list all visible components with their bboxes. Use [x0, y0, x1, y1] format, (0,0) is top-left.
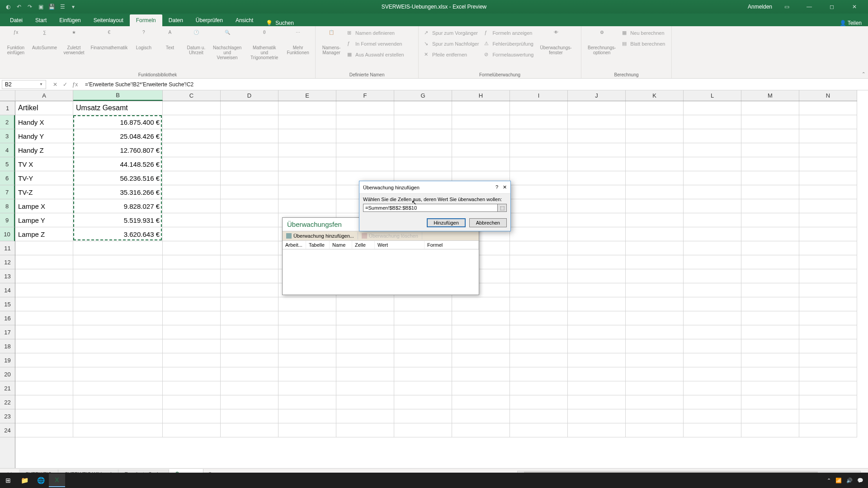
cell[interactable]	[684, 241, 741, 255]
cell[interactable]	[799, 269, 857, 283]
column-header[interactable]: A	[15, 90, 73, 101]
cell[interactable]	[510, 101, 568, 115]
file-explorer-icon[interactable]: 📁	[16, 474, 33, 487]
cell[interactable]	[221, 297, 278, 311]
cell[interactable]	[452, 409, 510, 423]
tray-volume-icon[interactable]: 🔊	[846, 478, 853, 483]
cell[interactable]	[799, 367, 857, 381]
cell[interactable]	[394, 143, 452, 157]
cell[interactable]	[336, 409, 394, 423]
dialog-close-icon[interactable]: ✕	[503, 184, 507, 190]
cell[interactable]	[684, 311, 741, 325]
cell[interactable]	[452, 423, 510, 437]
insert-function-icon[interactable]: ƒx	[71, 81, 79, 88]
cell[interactable]	[510, 171, 568, 185]
watch-col-cell[interactable]: Zelle	[352, 241, 375, 249]
row-header[interactable]: 13	[0, 269, 15, 283]
define-name-button[interactable]: ⊞Namen definieren	[345, 28, 406, 38]
cell[interactable]	[163, 353, 221, 367]
cell[interactable]	[799, 381, 857, 395]
name-manager-button[interactable]: 📋Namens- Manager	[319, 28, 344, 57]
touch-icon[interactable]: ☰	[59, 3, 66, 10]
cell[interactable]	[163, 381, 221, 395]
cell[interactable]	[568, 423, 626, 437]
cell[interactable]	[15, 353, 73, 367]
cell[interactable]	[221, 353, 278, 367]
cell[interactable]	[568, 241, 626, 255]
row-header[interactable]: 17	[0, 325, 15, 339]
cell[interactable]	[510, 283, 568, 297]
minimize-icon[interactable]: —	[801, 0, 817, 14]
cell[interactable]	[626, 185, 684, 199]
ribbon-display-icon[interactable]: ▭	[778, 0, 795, 14]
cell[interactable]	[163, 143, 221, 157]
cell[interactable]	[163, 101, 221, 115]
cell[interactable]	[799, 297, 857, 311]
column-header[interactable]: K	[626, 90, 684, 101]
cell[interactable]	[394, 297, 452, 311]
cell[interactable]	[278, 129, 336, 143]
cell[interactable]	[799, 339, 857, 353]
cell[interactable]	[221, 115, 278, 129]
cell[interactable]	[510, 297, 568, 311]
row-header[interactable]: 4	[0, 143, 15, 157]
tray-notifications-icon[interactable]: 💬	[857, 478, 863, 483]
cell[interactable]	[394, 353, 452, 367]
cancel-formula-icon[interactable]: ✕	[52, 81, 59, 88]
cell[interactable]	[568, 157, 626, 171]
cell[interactable]	[684, 325, 741, 339]
cell[interactable]	[221, 395, 278, 409]
cell[interactable]	[15, 283, 73, 297]
cell[interactable]	[568, 227, 626, 241]
cell[interactable]	[684, 423, 741, 437]
cell[interactable]	[15, 297, 73, 311]
cell[interactable]	[568, 101, 626, 115]
cell[interactable]	[221, 367, 278, 381]
cell[interactable]	[278, 115, 336, 129]
cell[interactable]	[452, 367, 510, 381]
tab-einfuegen[interactable]: Einfügen	[53, 14, 87, 26]
cell[interactable]	[684, 143, 741, 157]
cell[interactable]	[336, 339, 394, 353]
row-header[interactable]: 12	[0, 255, 15, 269]
cell[interactable]	[568, 255, 626, 269]
cell[interactable]	[278, 367, 336, 381]
cell[interactable]	[684, 297, 741, 311]
cell[interactable]	[626, 325, 684, 339]
more-functions-button[interactable]: ⋯Mehr Funktionen	[284, 28, 311, 57]
cell[interactable]	[684, 185, 741, 199]
cell[interactable]	[510, 269, 568, 283]
row-header[interactable]: 23	[0, 409, 15, 423]
cell[interactable]	[799, 171, 857, 185]
row-header[interactable]: 5	[0, 157, 15, 171]
cell[interactable]	[452, 101, 510, 115]
camera-icon[interactable]: ▣	[37, 3, 44, 10]
cell[interactable]	[163, 241, 221, 255]
cell[interactable]	[15, 311, 73, 325]
cell[interactable]	[626, 129, 684, 143]
cell[interactable]	[278, 381, 336, 395]
financial-button[interactable]: €Finanzmathematik	[89, 28, 130, 52]
collapse-dialog-icon[interactable]: ⬚	[498, 204, 507, 212]
row-header[interactable]: 3	[0, 129, 15, 143]
cell[interactable]	[741, 409, 799, 423]
watch-col-workbook[interactable]: Arbeit...	[283, 241, 306, 249]
cell[interactable]	[510, 199, 568, 213]
cell[interactable]	[510, 227, 568, 241]
cell[interactable]: 56.236.516 €	[73, 171, 163, 185]
cell[interactable]	[741, 339, 799, 353]
cell[interactable]	[684, 353, 741, 367]
cell[interactable]	[568, 185, 626, 199]
cell[interactable]: 12.760.807 €	[73, 143, 163, 157]
cell[interactable]	[336, 395, 394, 409]
cell[interactable]	[452, 297, 510, 311]
cell[interactable]	[163, 283, 221, 297]
cell[interactable]	[684, 381, 741, 395]
cell[interactable]	[568, 325, 626, 339]
cell[interactable]: Umsatz Gesamt	[73, 101, 163, 115]
autosave-icon[interactable]: ◐	[5, 3, 12, 10]
cell[interactable]	[684, 199, 741, 213]
tab-formeln[interactable]: Formeln	[130, 14, 162, 26]
cell[interactable]	[626, 395, 684, 409]
column-header[interactable]: L	[684, 90, 741, 101]
